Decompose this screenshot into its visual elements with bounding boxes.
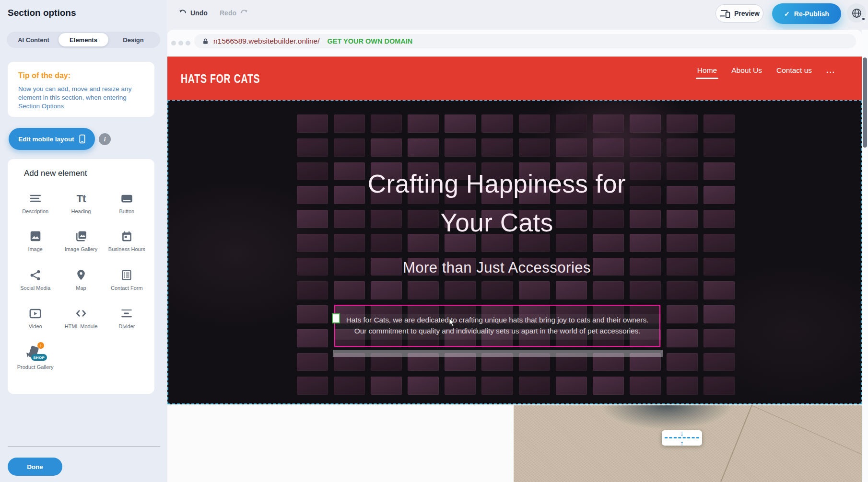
tip-of-the-day-card: Tip of the day: Now you can add, move an… <box>8 62 154 117</box>
website-builder-app: Section options AI Content Elements Desi… <box>0 0 868 482</box>
globe-icon <box>851 8 862 19</box>
nav-more-menu[interactable]: ... <box>826 66 835 75</box>
republish-button[interactable]: ✓ Re-Publish <box>772 3 841 24</box>
nav-home[interactable]: Home <box>697 66 717 75</box>
image-gallery-icon <box>75 230 87 243</box>
section-resize-handle[interactable]: ↓ ↑ <box>662 430 702 446</box>
resize-arrow-down-icon: ↓ <box>680 430 684 436</box>
tab-ai-content[interactable]: AI Content <box>9 33 59 46</box>
element-social-media[interactable]: Social Media <box>12 265 58 304</box>
elements-grid: Description Tt Heading Button Image Imag… <box>12 189 150 390</box>
element-heading[interactable]: Tt Heading <box>58 189 104 227</box>
map-pin-icon <box>75 268 87 282</box>
next-section-blank <box>167 405 514 482</box>
divider-icon <box>120 307 133 320</box>
site-logo: HATS FOR CATS <box>181 71 260 85</box>
tab-elements[interactable]: Elements <box>59 33 108 46</box>
page-title: Section options <box>8 8 76 18</box>
lock-icon <box>202 38 209 45</box>
paragraph-selection-box[interactable]: Hats for Cats, we are dedicated to craft… <box>334 305 660 347</box>
button-icon <box>120 192 133 205</box>
resize-arrow-up-icon: ↑ <box>680 440 684 446</box>
check-icon: ✓ <box>784 10 790 18</box>
element-image[interactable]: Image <box>12 227 58 265</box>
scrollbar-thumb[interactable] <box>863 57 867 148</box>
html-module-icon <box>75 307 87 320</box>
nav-contact-us[interactable]: Contact us <box>776 66 812 75</box>
add-element-title: Add new element <box>24 169 87 178</box>
mobile-phone-icon <box>79 134 85 144</box>
hero-section-selected[interactable]: Crafting Happiness for Your Cats More th… <box>167 100 862 404</box>
upgrade-arrow-badge: ↑ <box>37 342 44 349</box>
redo-icon <box>239 8 248 17</box>
mouse-cursor <box>449 318 456 327</box>
hero-paragraph[interactable]: Hats for Cats, we are dedicated to craft… <box>335 314 659 336</box>
done-button[interactable]: Done <box>8 458 62 476</box>
panel-tabs: AI Content Elements Design <box>7 32 160 48</box>
preview-button[interactable]: Preview <box>716 4 763 23</box>
business-hours-icon <box>121 230 133 243</box>
hero-subheading[interactable]: More than Just Accessories <box>167 259 844 276</box>
language-globe-button[interactable] <box>847 3 866 23</box>
element-divider[interactable]: Divider <box>104 304 150 342</box>
social-media-icon <box>29 268 41 282</box>
description-icon <box>29 192 42 205</box>
browser-chrome: n1566589.websitebuilder.online/ GET YOUR… <box>167 30 862 57</box>
video-icon <box>29 307 42 320</box>
undo-button[interactable]: Undo <box>178 8 208 17</box>
image-icon <box>29 230 42 243</box>
shop-badge: SHOP <box>31 354 47 361</box>
element-product-gallery[interactable]: ↑ SHOP Product Gallery <box>12 342 58 390</box>
resize-dashed-line <box>665 437 699 438</box>
element-html-module[interactable]: HTML Module <box>58 304 104 342</box>
site-url: n1566589.websitebuilder.online/ <box>213 37 319 46</box>
element-button[interactable]: Button <box>104 189 150 227</box>
browser-dots <box>171 41 190 46</box>
element-map[interactable]: Map <box>58 265 104 304</box>
browser-scrollbar <box>862 30 868 482</box>
element-image-gallery[interactable]: Image Gallery <box>58 227 104 265</box>
get-domain-link[interactable]: GET YOUR OWN DOMAIN <box>327 37 412 45</box>
address-bar[interactable]: n1566589.websitebuilder.online/ GET YOUR… <box>194 34 856 48</box>
element-business-hours[interactable]: Business Hours <box>104 227 150 265</box>
info-icon[interactable]: i <box>99 133 111 145</box>
undo-icon <box>178 8 188 17</box>
site-header: HATS FOR CATS Home About Us Contact us .… <box>167 57 862 100</box>
redo-button[interactable]: Redo <box>220 8 248 17</box>
site-nav: Home About Us Contact us ... <box>697 66 835 75</box>
tab-design[interactable]: Design <box>108 33 158 46</box>
product-gallery-icon: ↑ SHOP <box>26 344 45 361</box>
panel-divider <box>8 446 160 447</box>
add-element-card: Add new element Description Tt Heading B… <box>8 159 154 394</box>
site-preview-window: n1566589.websitebuilder.online/ GET YOUR… <box>167 30 862 482</box>
element-description[interactable]: Description <box>12 189 58 227</box>
element-drag-handle[interactable] <box>332 313 340 323</box>
contact-form-icon <box>121 268 132 282</box>
element-contact-form[interactable]: Contact Form <box>104 265 150 304</box>
tip-body: Now you can add, move and resize any ele… <box>18 85 145 111</box>
element-video[interactable]: Video <box>12 304 58 342</box>
element-hover-strip <box>333 350 663 357</box>
devices-icon <box>719 9 730 18</box>
edit-mobile-layout-button[interactable]: Edit mobile layout <box>9 128 95 150</box>
globe-status-dot <box>861 17 866 21</box>
edit-mobile-label: Edit mobile layout <box>18 136 74 143</box>
hero-heading[interactable]: Crafting Happiness for Your Cats <box>167 164 844 242</box>
nav-about-us[interactable]: About Us <box>731 66 762 75</box>
tip-title: Tip of the day: <box>18 71 70 80</box>
heading-icon: Tt <box>77 192 86 205</box>
